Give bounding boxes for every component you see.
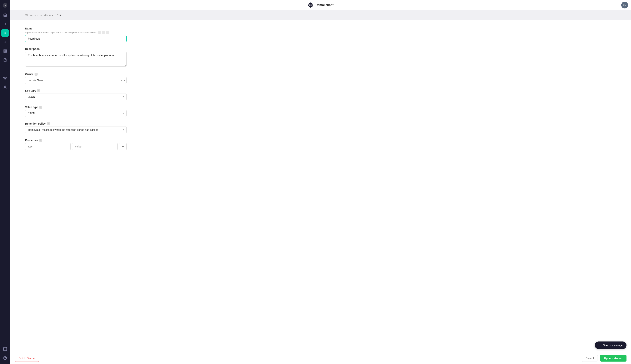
properties-label: Properties i xyxy=(25,139,127,142)
bottom-right-actions: Cancel Update stream xyxy=(582,354,626,362)
svg-rect-16 xyxy=(6,77,7,78)
breadcrumb-stream-name[interactable]: heartbeats xyxy=(40,14,53,17)
sidebar-item-home[interactable] xyxy=(1,11,9,19)
retention-policy-label: Retention policy i xyxy=(25,122,127,125)
key-type-group: Key type i JSON String Integer ▾ xyxy=(25,89,127,100)
delete-stream-button[interactable]: Delete Stream xyxy=(15,354,39,362)
value-type-select[interactable]: JSON String Integer xyxy=(25,110,127,117)
retention-policy-info-icon: i xyxy=(47,122,50,125)
sidebar-item-streams[interactable] xyxy=(1,29,9,37)
svg-rect-15 xyxy=(4,77,5,78)
svg-point-4 xyxy=(4,41,5,42)
sidebar-item-users[interactable] xyxy=(1,83,9,91)
breadcrumb: Streams › heartbeats › Edit xyxy=(25,14,616,17)
sidebar-logo[interactable]: ✕ xyxy=(2,2,8,8)
hint-badge-underscore: _ xyxy=(98,31,101,34)
value-type-label: Value type i xyxy=(25,106,127,109)
update-stream-button[interactable]: Update stream xyxy=(600,355,626,362)
sidebar-item-docs[interactable] xyxy=(1,56,9,64)
svg-rect-10 xyxy=(4,52,5,52)
sidebar-item-connections[interactable] xyxy=(1,20,9,28)
owner-select-display[interactable]: demo's Team xyxy=(25,77,127,84)
topbar-logo: DEMO xyxy=(307,2,313,8)
property-add-button[interactable]: + xyxy=(119,143,127,150)
svg-point-2 xyxy=(5,33,6,34)
svg-rect-9 xyxy=(6,50,7,51)
cancel-button[interactable]: Cancel xyxy=(582,354,598,362)
topbar-title: DemoTenant xyxy=(316,4,334,7)
breadcrumb-sep-2: › xyxy=(54,14,55,17)
property-value-input[interactable] xyxy=(72,143,118,150)
name-label: Name xyxy=(25,27,127,30)
sidebar-item-packages[interactable] xyxy=(1,345,9,353)
key-type-label: Key type i xyxy=(25,89,127,92)
owner-clear-button[interactable]: ✕ xyxy=(121,79,123,82)
breadcrumb-bar: Streams › heartbeats › Edit xyxy=(10,10,631,20)
content-area: Streams › heartbeats › Edit Name Alphabe… xyxy=(10,10,631,364)
hint-badge-dot: . xyxy=(106,31,109,34)
breadcrumb-current: Edit xyxy=(57,14,62,17)
svg-rect-11 xyxy=(6,52,7,52)
sidebar-item-help[interactable] xyxy=(1,354,9,362)
value-type-select-wrapper: JSON String Integer ▾ xyxy=(25,110,127,117)
main-wrapper: DEMO DemoTenant DU Streams › heartbeats … xyxy=(10,0,631,364)
key-type-info-icon: i xyxy=(37,89,40,92)
properties-info-icon: i xyxy=(39,139,42,142)
svg-point-7 xyxy=(5,42,6,43)
description-input[interactable]: The heartbeats stream is used for uptime… xyxy=(25,52,127,66)
form-area: Name Alphabetical characters, digits and… xyxy=(10,20,142,364)
value-type-info-icon: i xyxy=(39,106,42,109)
owner-label: Owner i xyxy=(25,72,127,76)
name-group: Name Alphabetical characters, digits and… xyxy=(25,27,127,42)
svg-point-3 xyxy=(4,32,6,34)
svg-point-5 xyxy=(5,41,6,42)
hint-badge-dash: - xyxy=(102,31,105,34)
bottom-bar: Delete Stream Cancel Update stream xyxy=(10,352,631,364)
retention-policy-group: Retention policy i Remove all messages w… xyxy=(25,122,127,134)
properties-row: + xyxy=(25,143,127,150)
owner-info-icon: i xyxy=(35,72,38,76)
retention-policy-select-wrapper: Remove all messages when the retention p… xyxy=(25,126,127,134)
breadcrumb-sep-1: › xyxy=(37,14,38,17)
properties-group: Properties i + xyxy=(25,139,127,150)
sidebar: ✕ xyxy=(0,0,10,364)
user-avatar[interactable]: DU xyxy=(621,2,628,8)
owner-select-actions: ✕ ▾ xyxy=(121,79,125,82)
hamburger-menu[interactable] xyxy=(13,3,17,7)
svg-point-19 xyxy=(5,86,6,87)
svg-text:✕: ✕ xyxy=(4,4,6,7)
message-icon xyxy=(598,344,601,347)
value-type-group: Value type i JSON String Integer ▾ xyxy=(25,106,127,117)
sidebar-item-filters[interactable] xyxy=(1,65,9,73)
retention-policy-select[interactable]: Remove all messages when the retention p… xyxy=(25,126,127,134)
sidebar-item-grid[interactable] xyxy=(1,47,9,55)
owner-select-wrapper[interactable]: demo's Team ✕ ▾ xyxy=(25,77,127,84)
topbar: DEMO DemoTenant DU xyxy=(10,0,631,10)
topbar-brand: DEMO DemoTenant xyxy=(307,2,334,8)
breadcrumb-streams[interactable]: Streams xyxy=(25,14,36,17)
sidebar-item-apps[interactable] xyxy=(1,38,9,46)
property-key-input[interactable] xyxy=(25,143,71,150)
key-type-select-wrapper: JSON String Integer ▾ xyxy=(25,93,127,100)
send-message-button[interactable]: Send a message xyxy=(595,342,626,349)
description-label: Description xyxy=(25,48,127,50)
owner-group: Owner i demo's Team ✕ ▾ xyxy=(25,72,127,84)
svg-point-6 xyxy=(4,42,5,43)
sidebar-item-integrations[interactable] xyxy=(1,74,9,82)
owner-chevron-down-icon: ▾ xyxy=(124,79,125,82)
name-input[interactable] xyxy=(25,35,127,42)
svg-text:DEMO: DEMO xyxy=(308,4,313,6)
key-type-select[interactable]: JSON String Integer xyxy=(25,93,127,100)
name-hint: Alphabetical characters, digits and the … xyxy=(25,31,127,34)
description-group: Description The heartbeats stream is use… xyxy=(25,48,127,67)
svg-rect-8 xyxy=(4,50,5,51)
